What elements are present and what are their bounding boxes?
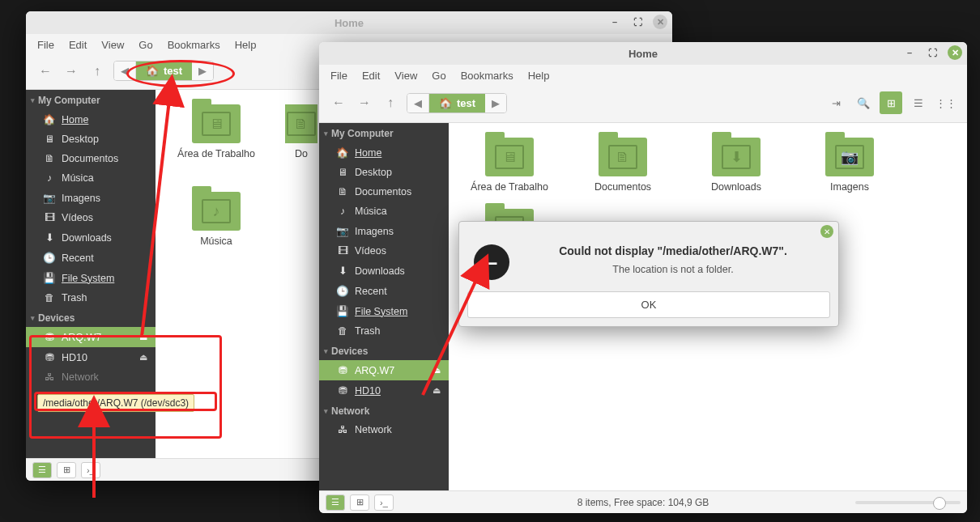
sidebar-item-network[interactable]: 🖧Network: [26, 367, 156, 387]
path-prev-button[interactable]: ◀: [114, 62, 136, 80]
folder-icon: 🗎: [285, 104, 317, 143]
home-icon: 🏠: [439, 97, 452, 109]
eject-icon[interactable]: ⏏: [432, 365, 441, 376]
menu-view[interactable]: View: [101, 39, 124, 51]
menu-bookmarks[interactable]: Bookmarks: [461, 70, 513, 82]
sidebar-item-filesystem[interactable]: 💾File System: [319, 301, 449, 321]
sidebar-item-documentos[interactable]: 🗎Documentos: [26, 149, 156, 168]
folder-icon: 🖥: [192, 104, 241, 143]
tree-toggle-button[interactable]: ⊞: [350, 494, 369, 511]
dialog-message: The location is not a folder.: [522, 264, 824, 275]
menu-view[interactable]: View: [394, 70, 417, 82]
sidebar-item-filesystem[interactable]: 💾File System: [26, 268, 156, 288]
sidebar-section-computer[interactable]: My Computer: [319, 123, 449, 142]
path-current-label: test: [164, 65, 182, 77]
sidebar-item-musica[interactable]: ♪Música: [26, 168, 156, 188]
sidebar-item-imagens[interactable]: 📷Imagens: [26, 188, 156, 208]
compact-view-button[interactable]: ⋮⋮: [935, 91, 957, 114]
folder-item[interactable]: 🖥Área de Trabalho: [465, 138, 554, 193]
menu-file[interactable]: File: [37, 39, 54, 51]
terminal-toggle-button[interactable]: ›_: [81, 462, 100, 478]
folder-item[interactable]: ♪ Música: [172, 192, 261, 247]
sidebar-item-home[interactable]: 🏠Home: [319, 142, 449, 163]
path-prev-button[interactable]: ◀: [407, 94, 429, 112]
sidebar-item-musica[interactable]: ♪Música: [319, 202, 449, 221]
eject-icon[interactable]: ⏏: [139, 352, 147, 363]
sidebar-item-desktop[interactable]: 🖥Desktop: [26, 129, 156, 149]
sidebar-toggle-button[interactable]: ☰: [32, 462, 52, 478]
sidebar-item-documentos[interactable]: 🗎Documentos: [319, 182, 449, 202]
menu-go[interactable]: Go: [138, 39, 152, 51]
sidebar-item-hd10[interactable]: ⛃HD10⏏: [319, 380, 449, 401]
menu-edit[interactable]: Edit: [362, 70, 380, 82]
sidebar-item-network[interactable]: 🖧Network: [319, 420, 449, 439]
window-title: Home: [628, 48, 658, 60]
sidebar-toggle-button[interactable]: ☰: [326, 494, 345, 511]
eject-icon[interactable]: ⏏: [432, 385, 441, 396]
dialog-title: Could not display "/media/other/ARQ.W7".: [522, 244, 824, 257]
forward-button[interactable]: →: [355, 93, 374, 112]
sidebar-item-desktop[interactable]: 🖥Desktop: [319, 163, 449, 182]
eject-icon[interactable]: ⏏: [139, 332, 147, 342]
sidebar-item-hd10[interactable]: ⛃HD10⏏: [26, 347, 156, 367]
folder-icon: ♪: [192, 192, 241, 231]
path-current[interactable]: 🏠 test: [429, 94, 485, 112]
folder-item[interactable]: 📷Imagens: [805, 138, 894, 193]
sidebar-item-recent[interactable]: 🕒Recent: [319, 281, 449, 301]
menu-help[interactable]: Help: [235, 39, 257, 51]
sidebar-item-recent[interactable]: 🕒Recent: [26, 248, 156, 268]
sidebar-item-arq[interactable]: ⛃ARQ.W7⏏: [26, 327, 156, 347]
toggle-location-button[interactable]: ⇥: [824, 91, 847, 114]
maximize-button[interactable]: ⛶: [630, 15, 645, 29]
sidebar-item-trash[interactable]: 🗑Trash: [319, 321, 449, 341]
zoom-slider[interactable]: [855, 501, 961, 504]
folder-item[interactable]: 🖥 Área de Trabalho: [172, 104, 261, 159]
path-next-button[interactable]: ▶: [192, 62, 213, 80]
maximize-button[interactable]: ⛶: [925, 45, 940, 60]
dialog-close-button[interactable]: ✕: [820, 225, 833, 238]
sidebar-section-devices[interactable]: Devices: [26, 308, 156, 327]
search-button[interactable]: 🔍: [852, 91, 875, 114]
desktop-icon: 🖥: [337, 167, 348, 178]
list-view-button[interactable]: ☰: [907, 91, 930, 114]
sidebar-item-videos[interactable]: 🎞Vídeos: [26, 208, 156, 227]
up-button[interactable]: ↑: [87, 62, 107, 81]
sidebar-section-computer[interactable]: My Computer: [26, 90, 156, 109]
sidebar-item-home[interactable]: 🏠Home: [26, 109, 156, 129]
dialog-ok-button[interactable]: OK: [467, 291, 830, 318]
sidebar-item-trash[interactable]: 🗑Trash: [26, 288, 156, 308]
titlebar[interactable]: Home – ⛶ ✕: [26, 11, 672, 34]
back-button[interactable]: ←: [36, 62, 55, 81]
minimize-button[interactable]: –: [902, 45, 917, 60]
sidebar-item-videos[interactable]: 🎞Vídeos: [319, 241, 449, 261]
menu-help[interactable]: Help: [528, 70, 550, 82]
menu-go[interactable]: Go: [432, 70, 445, 82]
sidebar-item-downloads[interactable]: ⬇Downloads: [319, 261, 449, 281]
disk-icon: ⛃: [337, 384, 348, 397]
close-button[interactable]: ✕: [653, 15, 667, 29]
menu-bookmarks[interactable]: Bookmarks: [168, 39, 220, 51]
terminal-toggle-button[interactable]: ›_: [374, 494, 394, 511]
sidebar-item-downloads[interactable]: ⬇Downloads: [26, 227, 156, 248]
titlebar[interactable]: Home – ⛶ ✕: [319, 42, 967, 65]
minimize-button[interactable]: –: [607, 15, 622, 29]
path-current[interactable]: 🏠 test: [136, 62, 192, 80]
folder-item[interactable]: 🗎 Do: [285, 104, 317, 159]
sidebar-item-arq[interactable]: ⛃ARQ.W7⏏: [319, 360, 449, 380]
menu-edit[interactable]: Edit: [69, 39, 87, 51]
sidebar-section-network[interactable]: Network: [319, 401, 449, 420]
forward-button[interactable]: →: [62, 62, 81, 81]
download-icon: ⬇: [44, 231, 55, 244]
folder-item[interactable]: ⬇Downloads: [692, 138, 781, 193]
tree-toggle-button[interactable]: ⊞: [57, 462, 76, 478]
menu-file[interactable]: File: [330, 70, 347, 82]
close-button[interactable]: ✕: [948, 45, 962, 60]
path-next-button[interactable]: ▶: [485, 94, 506, 112]
trash-icon: 🗑: [337, 325, 348, 337]
up-button[interactable]: ↑: [381, 93, 400, 112]
icon-view-button[interactable]: ⊞: [880, 91, 902, 114]
back-button[interactable]: ←: [329, 93, 348, 112]
sidebar-item-imagens[interactable]: 📷Imagens: [319, 221, 449, 241]
folder-item[interactable]: 🗎Documentos: [578, 138, 667, 193]
sidebar-section-devices[interactable]: Devices: [319, 341, 449, 360]
